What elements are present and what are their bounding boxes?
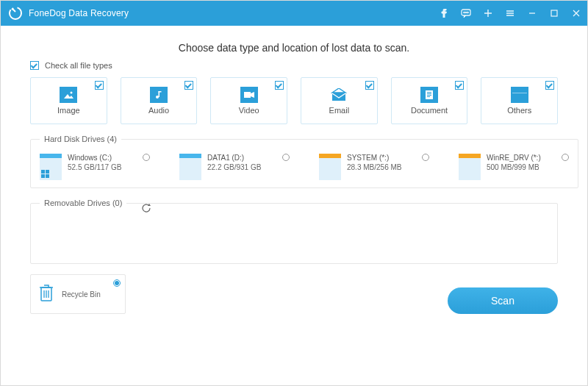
svg-point-8 (71, 92, 73, 94)
document-icon (420, 87, 438, 103)
svg-point-3 (465, 12, 467, 13)
drive-size: 22.2 GB/931 GB (207, 163, 261, 171)
type-email-checkbox[interactable] (365, 81, 374, 90)
type-label: Email (329, 106, 350, 115)
drive-size: 28.3 MB/256 MB (347, 163, 401, 171)
type-video-checkbox[interactable] (275, 81, 284, 90)
drive-size: 500 MB/999 MB (487, 163, 541, 171)
email-icon (330, 87, 348, 103)
svg-rect-14 (244, 92, 251, 98)
svg-rect-24 (512, 93, 527, 100)
svg-rect-22 (427, 95, 431, 96)
menu-icon[interactable] (499, 1, 521, 26)
type-document-checkbox[interactable] (455, 81, 464, 90)
folder-icon (511, 87, 528, 103)
type-label: Video (239, 106, 259, 115)
app-logo-icon (8, 6, 23, 21)
drive-radio[interactable] (282, 154, 290, 161)
type-document[interactable]: Document (391, 77, 468, 124)
drive-item[interactable]: DATA1 (D:)22.2 GB/931 GB (179, 154, 290, 180)
drive-icon (319, 154, 341, 180)
type-others[interactable]: Others (481, 77, 558, 124)
drive-name: SYSTEM (*:) (347, 154, 401, 162)
check-all-file-types[interactable]: Check all file types (30, 61, 558, 70)
check-all-label: Check all file types (45, 61, 112, 70)
app-title: FoneDog Data Recovery (29, 8, 129, 18)
hard-disk-legend: Hard Disk Drives (4) (40, 135, 121, 143)
svg-rect-12 (159, 91, 162, 93)
svg-point-2 (464, 12, 465, 13)
recycle-bin-radio[interactable] (113, 279, 121, 287)
drive-name: Windows (C:) (68, 154, 121, 162)
svg-rect-26 (41, 170, 45, 174)
svg-rect-23 (427, 96, 430, 97)
svg-point-10 (156, 96, 159, 99)
drive-item[interactable]: SYSTEM (*:)28.3 MB/256 MB (319, 154, 429, 180)
drive-radio[interactable] (422, 154, 429, 161)
refresh-icon[interactable] (141, 203, 151, 213)
drive-radio[interactable] (562, 154, 569, 161)
scan-button[interactable]: Scan (448, 287, 558, 314)
svg-rect-20 (427, 92, 431, 93)
page-heading: Choose data type and location of lost da… (30, 42, 558, 54)
type-image-checkbox[interactable] (95, 81, 104, 90)
type-video[interactable]: Video (210, 77, 287, 124)
drive-name: WinRE_DRV (*:) (487, 154, 541, 162)
type-image[interactable]: Image (30, 77, 107, 124)
file-type-grid: Image Audio Video Email Document Others (30, 77, 558, 124)
trash-icon (38, 283, 54, 305)
audio-icon (150, 87, 168, 103)
drive-item[interactable]: WinRE_DRV (*:)500 MB/999 MB (459, 154, 569, 180)
feedback-icon[interactable] (455, 1, 477, 26)
type-others-checkbox[interactable] (545, 81, 554, 90)
svg-rect-5 (551, 10, 557, 16)
add-icon[interactable] (477, 1, 499, 26)
svg-rect-27 (46, 170, 49, 174)
minimize-icon[interactable] (521, 1, 543, 26)
drive-item[interactable]: Windows (C:)52.5 GB/117 GB (40, 154, 150, 180)
removable-empty (40, 218, 548, 256)
drive-radio[interactable] (143, 154, 150, 161)
svg-rect-21 (427, 93, 431, 94)
type-label: Audio (148, 106, 169, 115)
image-icon (60, 87, 77, 103)
facebook-icon[interactable] (433, 1, 455, 26)
hard-disk-group: Hard Disk Drives (4) Windows (C:)52.5 GB… (30, 135, 578, 188)
drive-size: 52.5 GB/117 GB (68, 163, 121, 171)
drive-name: DATA1 (D:) (207, 154, 261, 162)
drive-list: Windows (C:)52.5 GB/117 GBDATA1 (D:)22.2… (40, 154, 569, 180)
close-icon[interactable] (565, 1, 587, 26)
type-audio-checkbox[interactable] (184, 81, 193, 90)
type-email[interactable]: Email (301, 77, 378, 124)
maximize-icon[interactable] (543, 1, 565, 26)
svg-rect-25 (512, 93, 527, 93)
svg-rect-16 (332, 93, 345, 101)
titlebar: FoneDog Data Recovery (1, 1, 587, 26)
check-all-checkbox[interactable] (30, 61, 39, 70)
removable-group: Removable Drives (0) (30, 199, 558, 264)
type-audio[interactable]: Audio (121, 77, 198, 124)
svg-rect-29 (46, 174, 49, 178)
drive-icon (40, 154, 62, 180)
svg-point-4 (467, 12, 469, 13)
recycle-bin-option[interactable]: Recycle Bin (30, 274, 126, 314)
svg-rect-28 (41, 174, 45, 178)
type-label: Document (411, 106, 448, 115)
video-icon (240, 87, 258, 103)
drive-icon (459, 154, 481, 180)
removable-legend: Removable Drives (0) (40, 199, 126, 207)
type-label: Others (507, 106, 531, 115)
type-label: Image (57, 106, 80, 115)
recycle-bin-label: Recycle Bin (62, 290, 101, 299)
drive-icon (179, 154, 201, 180)
svg-marker-17 (332, 88, 345, 93)
